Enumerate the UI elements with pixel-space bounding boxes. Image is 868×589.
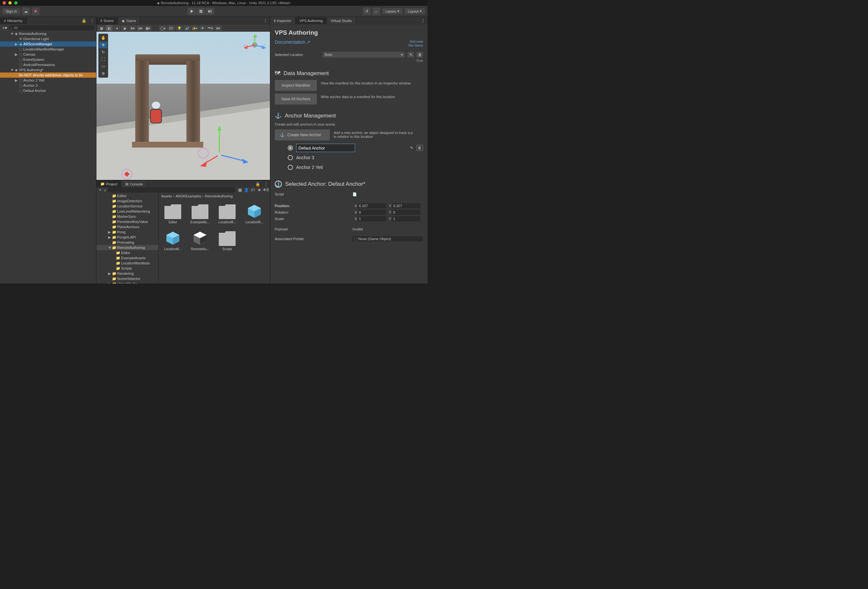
anchor-radio[interactable] — [288, 165, 293, 170]
scene-toolbar-btn[interactable]: ⊞▾ — [137, 25, 144, 31]
project-favorite-icon[interactable]: ★ — [256, 187, 262, 193]
project-tree-item[interactable]: 📁 LocationService — [96, 204, 158, 209]
project-tree-item[interactable]: ▼📁 RemoteAuthoring — [96, 245, 158, 250]
geos-link[interactable]: the Geos — [409, 43, 423, 47]
tab-hierarchy[interactable]: ≡ Hierarchy — [0, 18, 27, 24]
layout-dropdown[interactable]: Layout▾ — [404, 8, 425, 14]
create-anchor-button[interactable]: ⚓ Create New Anchor — [275, 130, 330, 140]
sign-in-button[interactable]: Sign in — [3, 9, 20, 14]
asset-item[interactable]: LocationM... — [162, 230, 183, 251]
layers-dropdown[interactable]: Layers▾ — [382, 8, 403, 14]
hierarchy-add-button[interactable]: +▾ — [1, 25, 8, 30]
project-filter-icon[interactable]: 🏷 — [250, 187, 256, 193]
hierarchy-item[interactable]: ▶⬚Canvas — [0, 52, 96, 57]
project-tree-item[interactable]: 📁 PersistentKeyValue — [96, 219, 158, 224]
search-icon[interactable]: ⌕ — [372, 7, 380, 15]
bug-icon[interactable]: ✱ — [32, 7, 40, 15]
scene-2d-toggle[interactable]: 2D — [167, 25, 175, 31]
project-tree-item[interactable]: 📁 LocationManifests — [96, 261, 158, 266]
anchor-radio[interactable] — [288, 145, 293, 151]
inspector-menu-icon[interactable]: ⋮ — [418, 18, 428, 23]
maximize-window-icon[interactable] — [14, 1, 18, 4]
move-gizmo[interactable] — [200, 123, 245, 168]
edit-location-icon[interactable]: ✎ — [407, 52, 414, 58]
tab-inspector[interactable]: ℹ Inspector — [270, 18, 295, 24]
project-tree-item[interactable]: 📁 LowLevelNetworking — [96, 209, 158, 214]
tab-scene[interactable]: # Scene — [96, 18, 118, 24]
project-tree-item[interactable]: 📁 SceneSelector — [96, 276, 158, 281]
breadcrumb-item[interactable]: Assets — [161, 194, 172, 198]
scene-toolbar-btn[interactable]: ▦▾ — [144, 25, 152, 31]
project-tree-item[interactable]: 📁 ImageDetection — [96, 198, 158, 204]
hierarchy-item[interactable]: ☀Directional Light — [0, 36, 96, 41]
position-y-input[interactable] — [392, 203, 421, 208]
asset-item[interactable]: RemoteAu... — [190, 230, 210, 251]
history-icon[interactable]: ↺ — [363, 7, 371, 15]
hierarchy-item[interactable]: ▶◆ARSceneManager — [0, 41, 96, 47]
hierarchy-item[interactable]: ▼◈RemoteAuthoring — [0, 31, 96, 36]
anchor-name-input[interactable] — [296, 144, 355, 152]
scene-toolbar-btn[interactable]: ▦ — [98, 25, 105, 31]
cloud-icon[interactable]: ☁ — [22, 7, 30, 15]
scene-menu-icon[interactable]: ⋮ — [261, 18, 270, 23]
documentation-link[interactable]: Documentation ↗ — [275, 40, 310, 45]
rotate-tool[interactable]: ↻ — [99, 49, 108, 55]
project-menu-icon[interactable]: ⋮ — [262, 182, 270, 186]
scene-light-toggle[interactable]: 💡 — [176, 25, 183, 31]
project-filter-icon[interactable]: 👤 — [244, 187, 249, 193]
asset-item[interactable]: ExampleAs... — [190, 204, 210, 224]
play-button[interactable] — [187, 8, 196, 15]
location-dropdown[interactable]: Relic▾ — [323, 52, 405, 58]
minimize-window-icon[interactable] — [9, 1, 12, 4]
assoc-prefab-field[interactable]: ⬚ None (Game Object) — [353, 236, 423, 241]
asset-item[interactable]: Scripts — [217, 230, 238, 251]
scene-toolbar-btn[interactable]: ◉ — [121, 25, 128, 31]
hierarchy-item[interactable]: ⬚EventSystem — [0, 57, 96, 62]
hierarchy-item[interactable]: ⬚LocationManifestManager — [0, 47, 96, 52]
position-x-input[interactable] — [358, 203, 386, 208]
scene-fx-toggle[interactable]: ✨▾ — [191, 25, 198, 31]
hierarchy-item[interactable]: ▶⬚Anchor 2 Yeti — [0, 78, 96, 83]
close-window-icon[interactable] — [3, 1, 6, 4]
asset-item[interactable]: LocationM... — [244, 204, 265, 224]
hierarchy-lock-icon[interactable]: 🔒 — [80, 18, 89, 23]
anchor-label[interactable]: Anchor 2 Yeti — [296, 165, 323, 170]
save-anchors-button[interactable]: Save All Anchors — [275, 93, 317, 105]
project-tree-item[interactable]: ▶📁 Pong — [96, 229, 158, 235]
scene-gizmos-toggle[interactable]: ⊕▾ — [215, 25, 222, 31]
tab-console[interactable]: ▤ Console — [121, 180, 147, 187]
scene-viewport[interactable]: ✋ ✥ ↻ ⛶ ▭ ⊕ — [96, 32, 270, 180]
project-tree-item[interactable]: 📁 Scripts — [96, 266, 158, 271]
hierarchy-search[interactable]: ⌕ All — [9, 25, 95, 30]
project-lock-icon[interactable]: 🔒 — [253, 182, 262, 186]
anchor-label[interactable]: Anchor 3 — [296, 155, 314, 160]
hierarchy-item[interactable]: ⬚Defaut Anchor — [0, 88, 96, 93]
transform-tool[interactable]: ⊕ — [99, 70, 108, 77]
breadcrumb-item[interactable]: RemoteAuthoring — [205, 194, 233, 198]
scene-audio-toggle[interactable]: 🔊 — [183, 25, 190, 31]
project-tree-item[interactable]: 📁 MarkerSync — [96, 214, 158, 219]
project-tree-item[interactable]: 📁 Preloading — [96, 240, 158, 245]
asset-item[interactable]: Editor — [162, 204, 183, 224]
scene-toolbar-btn[interactable]: ⊕▾ — [129, 25, 136, 31]
scene-toolbar-btn[interactable]: ◯▾ — [159, 25, 166, 31]
scale-x-input[interactable] — [358, 216, 386, 221]
project-filter-icon[interactable]: ▦ — [237, 187, 243, 193]
hand-tool[interactable]: ✋ — [99, 35, 108, 41]
rect-tool[interactable]: ▭ — [99, 63, 108, 69]
hierarchy-item[interactable]: ⬚Anchor 3 — [0, 83, 96, 88]
delete-anchor-icon[interactable]: 🗑 — [416, 145, 423, 151]
project-search[interactable] — [108, 187, 236, 193]
edit-anchor-icon[interactable]: ✎ — [410, 146, 413, 150]
hierarchy-menu-icon[interactable]: ⋮ — [89, 18, 96, 23]
project-add-button[interactable]: + — [98, 188, 103, 192]
tab-vps-authoring[interactable]: VPS Authoring — [295, 18, 327, 24]
tab-project[interactable]: 📁 Project — [96, 180, 121, 187]
scene-toolbar-btn[interactable]: ▾ — [113, 25, 120, 31]
scale-tool[interactable]: ⛶ — [99, 56, 108, 62]
hierarchy-item[interactable]: ▼◈VPS Authoring* — [0, 67, 96, 72]
scene-camera-btn[interactable]: 📷▾ — [207, 25, 214, 31]
orientation-gizmo[interactable]: x y z — [244, 34, 266, 56]
inspect-manifest-button[interactable]: Inspect Manifest — [275, 80, 317, 91]
scene-toolbar-btn[interactable]: ◐ — [105, 25, 113, 31]
